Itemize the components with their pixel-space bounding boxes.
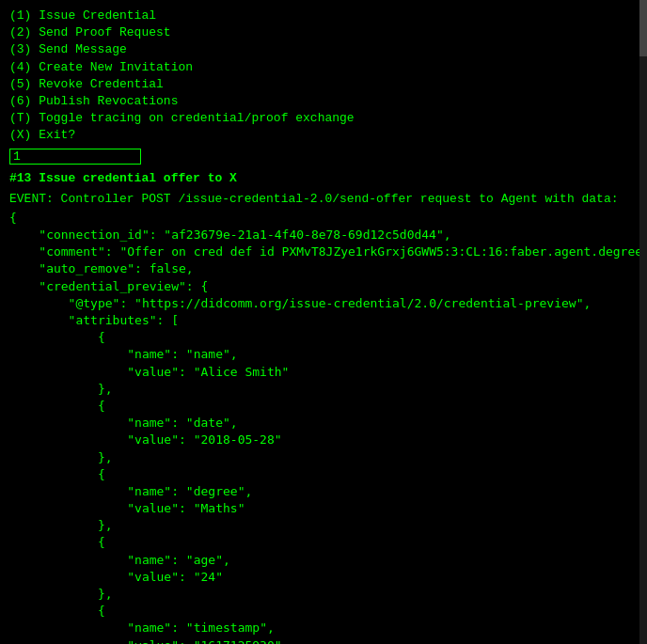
menu-item-1: (1) Issue Credential bbox=[9, 8, 638, 24]
input-line[interactable] bbox=[9, 149, 638, 165]
connection-id: af23679e-21a1-4f40-8e78-69d12c5d0d44 bbox=[171, 228, 436, 242]
menu-item-5: (5) Revoke Credential bbox=[9, 76, 638, 93]
section-title: #13 Issue credential offer to X bbox=[9, 170, 638, 187]
attr-value-0: Alice Smith bbox=[201, 365, 282, 379]
scrollbar-track[interactable] bbox=[639, 0, 647, 644]
json-output: { "connection_id": "af23679e-21a1-4f40-8… bbox=[9, 210, 638, 644]
attr-name-0: name bbox=[194, 347, 223, 361]
credential-preview-type: https://didcomm.org/issue-credential/2.0… bbox=[142, 296, 576, 310]
menu-item-3: (3) Send Message bbox=[9, 41, 638, 58]
attr-value-2: Maths bbox=[201, 501, 238, 515]
attr-name-1: date bbox=[194, 416, 223, 430]
attr-name-2: degree bbox=[194, 484, 238, 498]
attr-value-3: 24 bbox=[201, 570, 216, 584]
terminal-window: (1) Issue Credential (2) Send Proof Requ… bbox=[9, 8, 638, 644]
attr-name-4: timestamp bbox=[194, 620, 260, 635]
auto-remove: false, bbox=[150, 261, 194, 275]
event-line: EVENT: Controller POST /issue-credential… bbox=[9, 191, 638, 208]
menu-item-2: (2) Send Proof Request bbox=[9, 24, 638, 41]
comment: Offer on cred def id PXMvT8JZye1rkGrxj6G… bbox=[127, 244, 647, 259]
attr-name-3: age bbox=[194, 553, 215, 567]
menu-item-6: (6) Publish Revocations bbox=[9, 93, 638, 110]
menu-item-toggle: (T) Toggle tracing on credential/proof e… bbox=[9, 110, 638, 127]
scrollbar-thumb[interactable] bbox=[639, 0, 647, 56]
menu-item-exit: (X) Exit? bbox=[9, 127, 638, 144]
menu-item-4: (4) Create New Invitation bbox=[9, 59, 638, 76]
attr-value-4: 1617125930 bbox=[201, 638, 275, 644]
attr-value-1: 2018-05-28 bbox=[201, 432, 275, 447]
menu-list: (1) Issue Credential (2) Send Proof Requ… bbox=[9, 8, 638, 145]
command-input[interactable] bbox=[9, 149, 141, 165]
